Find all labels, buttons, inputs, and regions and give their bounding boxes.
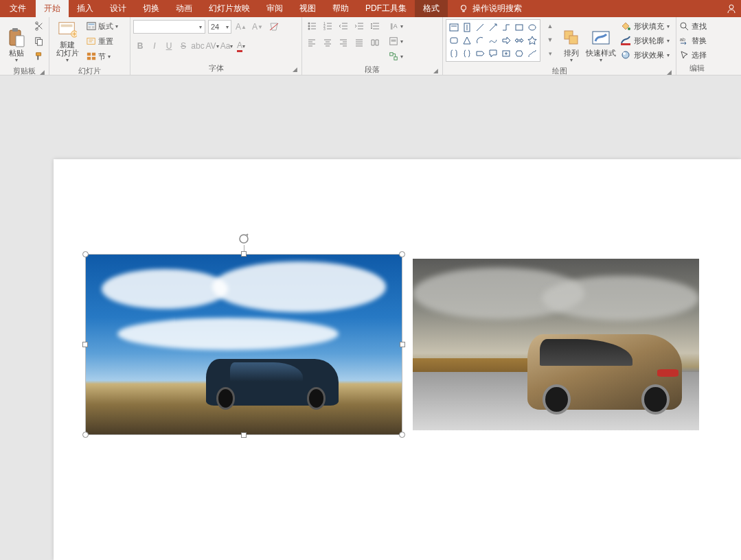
tab-file[interactable]: 文件 [0, 0, 36, 17]
resize-handle[interactable] [400, 342, 405, 347]
section-button[interactable]: 节▾ [84, 49, 120, 63]
increase-indent-button[interactable] [352, 19, 366, 33]
grow-font-button[interactable]: A▲ [234, 20, 248, 34]
tab-format[interactable]: 格式 [415, 0, 448, 17]
align-right-button[interactable] [337, 36, 350, 49]
shrink-font-button[interactable]: A▼ [251, 20, 264, 34]
spacing-icon [370, 21, 380, 31]
tab-help[interactable]: 帮助 [324, 0, 357, 17]
underline-button[interactable]: U [162, 39, 176, 53]
shape-roundrect-icon[interactable] [448, 34, 460, 47]
shapes-gallery[interactable] [446, 19, 540, 62]
cut-button[interactable] [32, 19, 46, 33]
align-text-button[interactable]: ▾ [387, 34, 405, 48]
align-left-button[interactable] [305, 36, 319, 49]
tab-design[interactable]: 设计 [102, 0, 135, 17]
bold-button[interactable]: B [133, 39, 147, 53]
tab-transition[interactable]: 切换 [135, 0, 168, 17]
launcher-icon[interactable]: ◢ [293, 66, 297, 73]
shape-textbox-icon[interactable] [448, 21, 460, 34]
find-button[interactable]: 查找 [679, 19, 707, 33]
resize-handle[interactable] [82, 432, 89, 438]
clear-format-button[interactable] [267, 20, 281, 34]
columns-button[interactable] [368, 36, 382, 49]
shape-callout-icon[interactable] [487, 47, 499, 60]
quick-styles-button[interactable]: 快速样式 ▾ [586, 19, 616, 65]
slide-canvas[interactable] [54, 159, 741, 560]
gallery-down-icon[interactable]: ▼ [543, 33, 557, 47]
rotate-handle[interactable] [238, 233, 250, 245]
tab-home[interactable]: 开始 [36, 0, 69, 17]
shape-action-icon[interactable] [500, 47, 512, 60]
layout-button[interactable]: 版式▾ [84, 19, 120, 33]
picture-2[interactable] [413, 259, 699, 430]
copy-button[interactable] [32, 34, 46, 48]
shape-freeform-icon[interactable] [526, 47, 538, 60]
shape-doublearrow-icon[interactable] [513, 34, 525, 47]
tab-view[interactable]: 视图 [291, 0, 324, 17]
shape-hexagon-icon[interactable] [513, 47, 525, 60]
new-slide-button[interactable]: 新建 幻灯片 ▾ [52, 19, 82, 65]
resize-handle[interactable] [399, 432, 405, 438]
shape-curve-icon[interactable] [487, 34, 499, 47]
line-spacing-button[interactable] [368, 19, 382, 33]
launcher-icon[interactable]: ◢ [667, 69, 672, 75]
reset-button[interactable]: 重置 [84, 34, 120, 48]
shape-triangle-icon[interactable] [461, 34, 473, 47]
share-icon[interactable] [726, 0, 741, 17]
format-painter-button[interactable] [32, 49, 46, 63]
spacing-button[interactable]: AV▾ [205, 39, 219, 53]
tell-me-search[interactable]: 操作说明搜索 [452, 0, 529, 17]
shape-pentagon-icon[interactable] [474, 47, 486, 60]
align-right-icon [339, 38, 348, 47]
tab-review[interactable]: 审阅 [258, 0, 291, 17]
bullets-button[interactable] [305, 19, 319, 33]
shape-arc-icon[interactable] [474, 34, 486, 47]
paste-button[interactable]: 粘贴 ▾ [3, 19, 30, 65]
picture-1[interactable] [86, 255, 402, 434]
shape-line-icon[interactable] [474, 21, 486, 34]
shape-vtextbox-icon[interactable] [461, 21, 473, 34]
align-center-button[interactable] [321, 36, 334, 49]
shadow-button[interactable]: abc [191, 39, 205, 53]
shape-effects-button[interactable]: 形状效果▾ [620, 48, 670, 62]
shape-brace-icon[interactable] [461, 47, 473, 60]
decrease-indent-button[interactable] [337, 19, 350, 33]
tab-pdf[interactable]: PDF工具集 [357, 0, 415, 17]
arrange-button[interactable]: 排列 ▾ [559, 19, 584, 65]
shape-fill-button[interactable]: 形状填充▾ [620, 19, 670, 33]
launcher-icon[interactable]: ◢ [433, 67, 438, 74]
smartart-button[interactable]: ▾ [387, 49, 405, 63]
shape-rect-icon[interactable] [513, 21, 525, 34]
resize-handle[interactable] [241, 432, 247, 438]
shape-star-icon[interactable] [526, 34, 538, 47]
launcher-icon[interactable]: ◢ [40, 69, 45, 75]
tab-slideshow[interactable]: 幻灯片放映 [201, 0, 258, 17]
font-color-button[interactable]: A▾ [234, 39, 248, 53]
gallery-more-icon[interactable]: ▾ [543, 47, 557, 60]
resize-handle[interactable] [241, 251, 247, 257]
shape-outline-button[interactable]: 形状轮廓▾ [620, 34, 670, 47]
resize-handle[interactable] [399, 251, 405, 257]
resize-handle[interactable] [82, 342, 88, 347]
shape-blockarrow-icon[interactable] [500, 34, 512, 47]
justify-button[interactable] [352, 36, 366, 49]
indent-icon [354, 21, 364, 31]
strike-button[interactable]: S [176, 39, 190, 53]
change-case-button[interactable]: Aa▾ [220, 39, 233, 53]
shape-bracket-icon[interactable] [448, 47, 460, 60]
shape-oval-icon[interactable] [526, 21, 538, 34]
shape-connector-icon[interactable] [500, 21, 512, 34]
tab-insert[interactable]: 插入 [69, 0, 102, 17]
text-direction-button[interactable]: ‖A▾ [387, 19, 405, 33]
numbering-button[interactable]: 123 [321, 19, 334, 33]
tab-animation[interactable]: 动画 [168, 0, 201, 17]
font-name-combo[interactable]: ▾ [133, 20, 205, 34]
replace-button[interactable]: ab替换 [679, 34, 707, 47]
font-size-combo[interactable]: 24▾ [208, 20, 231, 34]
resize-handle[interactable] [82, 251, 89, 257]
select-button[interactable]: 选择 [679, 48, 707, 62]
gallery-up-icon[interactable]: ▲ [543, 19, 557, 33]
shape-arrow-icon[interactable] [487, 21, 499, 34]
italic-button[interactable]: I [148, 39, 161, 53]
